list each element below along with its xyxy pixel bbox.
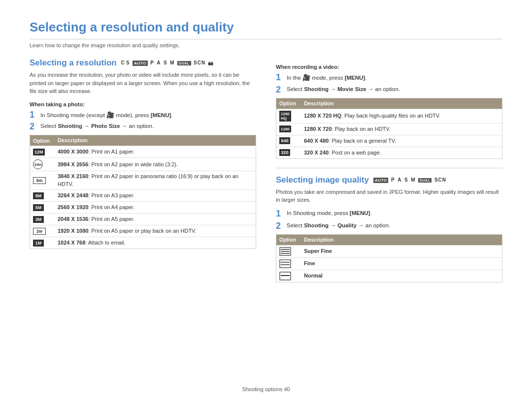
resolution-desc: As you increase the resolution, your pho…	[30, 71, 256, 95]
normal-icon	[279, 272, 291, 280]
footer: Shooting options 40	[0, 386, 532, 392]
table-row: Fine	[276, 257, 502, 270]
table-row: Normal	[276, 270, 502, 282]
video-size-table: Option Description 1280HQ 1280 X 720 HQ:…	[276, 98, 502, 159]
main-title: Selecting a resolution and quality	[30, 20, 502, 39]
quality-step-1: 1 In Shooting mode, press [MENU].	[276, 209, 502, 219]
quality-section-title: Selecting image quality AUTO P A S M DUA…	[276, 175, 502, 185]
table-row: 640 640 X 480: Play back on a general TV…	[276, 135, 502, 147]
table-row: Super Fine	[276, 245, 502, 257]
fine-icon	[279, 259, 291, 268]
quality-table: Option Description Super Fine	[276, 234, 502, 282]
table-row: 2w 1920 X 1080: Print on A5 paper or pla…	[30, 225, 256, 237]
video-step-1: 1 In the 🎥 mode, press [MENU].	[276, 73, 502, 83]
table-row: 8M 3264 X 2448: Print on A3 paper.	[30, 189, 256, 201]
table-row: 5M 2560 X 1920: Print on A4 paper.	[30, 201, 256, 213]
section-divider	[276, 168, 502, 168]
table-row: 1M 1024 X 768: Attach to email.	[30, 237, 256, 248]
svg-rect-4	[280, 260, 291, 268]
subtitle: Learn how to change the image resolution…	[30, 42, 502, 48]
left-column: Selecting a resolution CS AUTO P A S M D…	[30, 58, 256, 282]
table-row: 320 320 X 240: Post on a web page.	[276, 147, 502, 158]
table-row: 9m 3840 X 2160: Print on A2 paper in pan…	[30, 171, 256, 189]
video-step-2: 2 Select Shooting → Movie Size → an opti…	[276, 85, 502, 95]
photo-step-2: 2 Select Shooting → Photo Size → an opti…	[30, 122, 256, 132]
photo-step-1: 1 In Shooting mode (except 🎥 mode), pres…	[30, 110, 256, 120]
page-container: Selecting a resolution and quality Learn…	[0, 0, 532, 307]
table-header-quality: Option Description	[276, 235, 502, 245]
right-column: When recording a video: 1 In the 🎥 mode,…	[276, 58, 502, 282]
table-header-video: Option Description	[276, 98, 502, 109]
table-row: 3M 2048 X 1536: Print on A5 paper.	[30, 213, 256, 225]
table-header-photo: Option Description	[30, 135, 256, 146]
table-row: 12M 4000 X 3000: Print on A1 paper.	[30, 146, 256, 157]
table-row: 1280HQ 1280 X 720 HQ: Play back high-qua…	[276, 109, 502, 123]
superfine-icon	[279, 247, 291, 256]
table-row: 10w 3984 X 2656: Print on A2 paper in wi…	[30, 157, 256, 171]
resolution-section-title: Selecting a resolution CS AUTO P A S M D…	[30, 58, 256, 68]
table-row: 1280 1280 X 720: Play back on an HDTV.	[276, 123, 502, 135]
quality-step-2: 2 Select Shooting → Quality → an option.	[276, 221, 502, 231]
photo-size-table: Option Description 12M 4000 X 3000: Prin…	[30, 135, 256, 249]
quality-desc: Photos you take are compressed and saved…	[276, 188, 502, 204]
video-subsection-label: When recording a video:	[276, 64, 502, 70]
photo-subsection-label: When taking a photo:	[30, 101, 256, 107]
